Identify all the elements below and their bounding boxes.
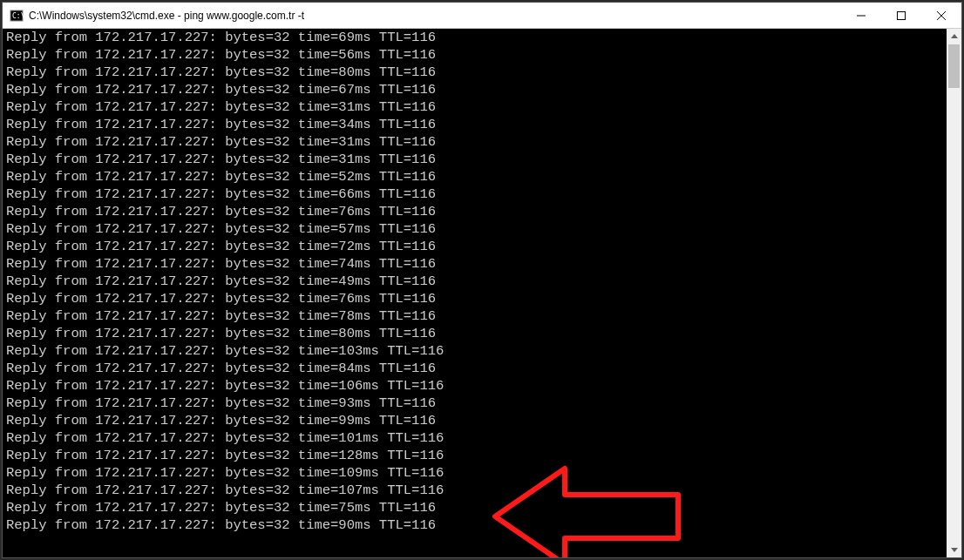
cmd-icon: C:\ <box>10 9 24 23</box>
window-controls <box>841 3 961 28</box>
scrollbar-thumb[interactable] <box>948 44 960 88</box>
terminal-output[interactable]: Reply from 172.217.17.227: bytes=32 time… <box>3 29 947 557</box>
close-button[interactable] <box>921 3 961 28</box>
titlebar[interactable]: C:\ C:\Windows\system32\cmd.exe - ping w… <box>3 3 961 29</box>
svg-rect-3 <box>898 11 906 19</box>
scroll-up-arrow[interactable] <box>947 29 961 44</box>
scroll-down-arrow[interactable] <box>947 543 961 557</box>
vertical-scrollbar[interactable] <box>947 29 961 557</box>
maximize-button[interactable] <box>881 3 921 28</box>
cmd-window: C:\ C:\Windows\system32\cmd.exe - ping w… <box>2 2 962 558</box>
minimize-button[interactable] <box>841 3 881 28</box>
terminal-area: Reply from 172.217.17.227: bytes=32 time… <box>3 29 961 557</box>
window-title: C:\Windows\system32\cmd.exe - ping www.g… <box>29 10 841 22</box>
svg-text:C:\: C:\ <box>12 12 24 20</box>
